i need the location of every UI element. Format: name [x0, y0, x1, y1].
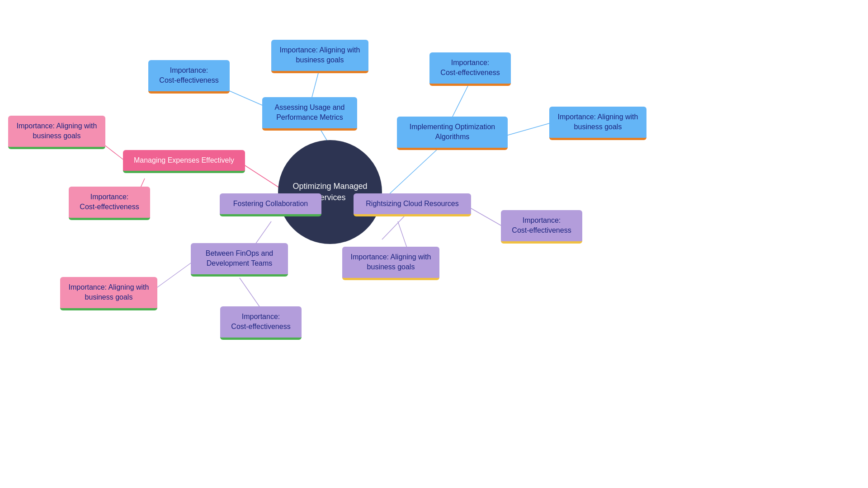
assessing-align-node[interactable]: Importance: Aligning withbusiness goals: [271, 40, 368, 73]
fostering-cost-label: Importance:Cost-effectiveness: [231, 312, 290, 332]
managing-cost-node[interactable]: Importance:Cost-effectiveness: [69, 187, 150, 220]
svg-line-12: [156, 262, 192, 288]
fostering-cost-node[interactable]: Importance:Cost-effectiveness: [220, 306, 302, 340]
fostering-align-label: Importance: Aligning withbusiness goals: [69, 282, 149, 303]
assessing-align-label: Importance: Aligning withbusiness goals: [280, 45, 360, 66]
svg-line-2: [228, 90, 264, 106]
svg-line-14: [398, 221, 407, 248]
svg-line-5: [506, 123, 549, 136]
svg-line-11: [240, 278, 260, 307]
rightsizing-cost-label: Importance:Cost-effectiveness: [512, 216, 571, 236]
managing-align-label: Importance: Aligning withbusiness goals: [17, 121, 97, 141]
svg-line-10: [255, 221, 271, 244]
implementing-align-node[interactable]: Importance: Aligning withbusiness goals: [549, 107, 646, 140]
implementing-cost-node[interactable]: Importance:Cost-effectiveness: [429, 52, 511, 86]
svg-line-4: [452, 84, 469, 117]
fostering-label: Fostering Collaboration: [233, 199, 308, 209]
rightsizing-node[interactable]: Rightsizing Cloud Resources: [354, 193, 471, 216]
svg-line-15: [470, 208, 502, 226]
implementing-node[interactable]: Implementing OptimizationAlgorithms: [397, 117, 508, 150]
managing-align-node[interactable]: Importance: Aligning withbusiness goals: [8, 116, 105, 149]
managing-cost-label: Importance:Cost-effectiveness: [80, 192, 139, 212]
managing-label: Managing Expenses Effectively: [134, 155, 234, 165]
assessing-cost-label: Importance:Cost-effectiveness: [159, 66, 218, 86]
assessing-label: Assessing Usage andPerformance Metrics: [275, 103, 345, 123]
assessing-cost-node[interactable]: Importance:Cost-effectiveness: [148, 60, 230, 94]
managing-node[interactable]: Managing Expenses Effectively: [123, 150, 245, 173]
fostering-node[interactable]: Fostering Collaboration: [220, 193, 321, 216]
svg-line-1: [312, 71, 319, 97]
rightsizing-align-node[interactable]: Importance: Aligning withbusiness goals: [342, 247, 439, 280]
implementing-label: Implementing OptimizationAlgorithms: [410, 122, 495, 142]
rightsizing-cost-node[interactable]: Importance:Cost-effectiveness: [501, 210, 582, 244]
center-node: Optimizing Managed Services: [278, 140, 382, 244]
fostering-align-node[interactable]: Importance: Aligning withbusiness goals: [60, 277, 157, 310]
svg-line-7: [104, 145, 124, 160]
between-label: Between FinOps andDevelopment Teams: [206, 249, 273, 269]
implementing-align-label: Importance: Aligning withbusiness goals: [558, 112, 638, 132]
rightsizing-label: Rightsizing Cloud Resources: [366, 199, 458, 209]
between-node[interactable]: Between FinOps andDevelopment Teams: [191, 243, 288, 277]
assessing-node[interactable]: Assessing Usage andPerformance Metrics: [262, 97, 357, 131]
rightsizing-align-label: Importance: Aligning withbusiness goals: [351, 252, 431, 272]
implementing-cost-label: Importance:Cost-effectiveness: [440, 58, 500, 78]
